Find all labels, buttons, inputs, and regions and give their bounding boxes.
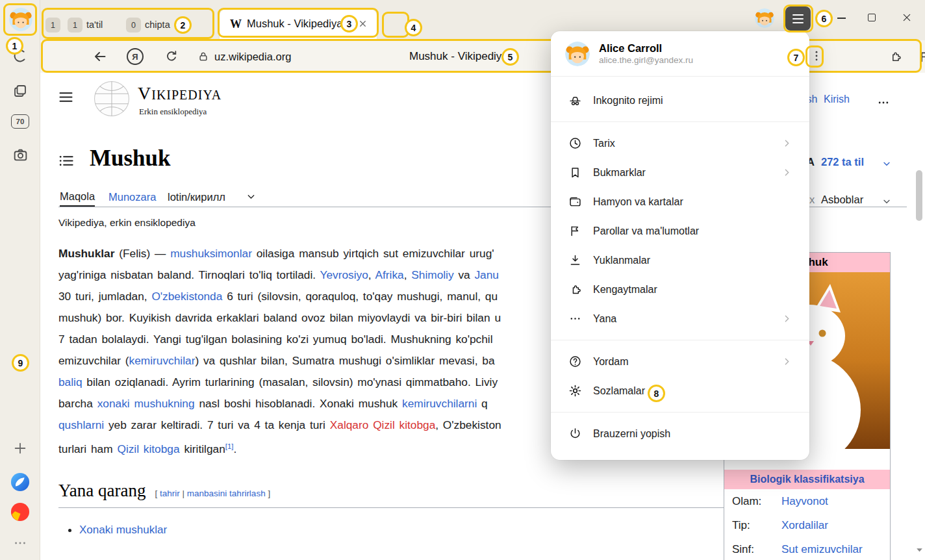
callout-8: 8 bbox=[648, 385, 665, 402]
scrollbar[interactable] bbox=[914, 73, 925, 560]
menu-item-passwords[interactable]: Parollar va ma'lumotlar bbox=[551, 216, 809, 246]
chevron-down-icon[interactable] bbox=[881, 159, 892, 169]
menu-item-label: Tarix bbox=[593, 138, 615, 149]
wiki-link[interactable]: kemiruvchilar bbox=[129, 354, 196, 367]
bracket: ] bbox=[268, 489, 270, 498]
wiki-link[interactable]: mushuksimonlar bbox=[170, 247, 252, 260]
refresh-icon[interactable] bbox=[162, 40, 181, 73]
tools-button[interactable]: Asboblar bbox=[821, 194, 863, 206]
infobox-row: Sinf: Sut emizuvchilar bbox=[724, 537, 890, 560]
profile-more-icon[interactable] bbox=[810, 49, 823, 62]
sidebar-more-icon[interactable] bbox=[0, 535, 40, 551]
lock-icon[interactable] bbox=[196, 40, 210, 73]
tab-talk[interactable]: Munozara bbox=[108, 187, 156, 207]
sidebar-add-icon[interactable] bbox=[0, 439, 40, 457]
wiki-hamburger-icon[interactable] bbox=[57, 88, 75, 106]
wiki-link[interactable]: Afrika bbox=[375, 268, 404, 281]
menu-item-wallet[interactable]: Hamyon va kartalar bbox=[551, 187, 809, 216]
callout-5: 5 bbox=[501, 48, 519, 66]
menu-item-label: Yana bbox=[593, 313, 616, 325]
settings-gear-icon bbox=[568, 384, 582, 398]
row-value-link[interactable]: Xordalilar bbox=[781, 519, 828, 532]
profile-header[interactable]: Alice Carroll alice.the.girl@yandex.ru bbox=[551, 31, 809, 77]
help-icon bbox=[568, 355, 582, 369]
wiki-link[interactable]: O'zbekistonda bbox=[151, 290, 222, 303]
tools-partial: x bbox=[809, 194, 815, 206]
chevron-down-icon[interactable] bbox=[246, 191, 257, 202]
wikipedia-logo[interactable] bbox=[94, 81, 130, 117]
menu-item-extensions[interactable]: Kengaytmalar bbox=[551, 275, 809, 304]
infobox-row: Tip: Xordalilar bbox=[724, 513, 890, 537]
scrollbar-down-icon[interactable] bbox=[915, 546, 924, 554]
wiki-link[interactable]: Yevrosiyo bbox=[320, 268, 368, 281]
article-text: 30 turi, jumladan, bbox=[58, 290, 151, 303]
tab-variant[interactable]: lotin/кирилл bbox=[168, 187, 225, 207]
section-heading-row: Yana qarang[ tahrir | manbasini tahrirla… bbox=[58, 481, 724, 508]
yandex-browser-icon[interactable] bbox=[0, 472, 40, 492]
classification-header[interactable]: Biologik klassifikatsiya bbox=[724, 470, 890, 489]
close-button[interactable] bbox=[900, 11, 913, 24]
profile-name: Alice Carroll bbox=[599, 42, 693, 55]
wiki-redlink[interactable]: Xalqaro Qizil kitobga bbox=[330, 418, 436, 431]
protect-flag-icon[interactable] bbox=[916, 40, 925, 73]
see-also-link[interactable]: Xonaki mushuklar bbox=[79, 524, 167, 536]
row-value-link[interactable]: Hayvonot bbox=[781, 495, 828, 508]
login-link[interactable]: Kirish bbox=[824, 94, 850, 105]
tab-group-label[interactable]: chipta bbox=[145, 19, 170, 30]
menu-item-bookmarks[interactable]: Bukmarklar bbox=[551, 158, 809, 187]
back-icon[interactable] bbox=[91, 40, 109, 73]
edit-source-link[interactable]: manbasini tahrirlash bbox=[187, 489, 266, 498]
tab-counter[interactable]: 70 bbox=[11, 114, 29, 129]
menu-item-settings[interactable]: Sozlamalar bbox=[551, 376, 809, 405]
callout-3: 3 bbox=[340, 15, 358, 32]
article-text: , bbox=[368, 268, 375, 281]
minimize-button[interactable] bbox=[835, 12, 848, 25]
tab-group-badge[interactable]: 0 bbox=[126, 18, 141, 32]
edit-link[interactable]: tahrir bbox=[160, 489, 180, 498]
window-profile-avatar[interactable] bbox=[755, 8, 774, 28]
tab-close-icon[interactable] bbox=[358, 19, 368, 29]
page-more-icon[interactable] bbox=[877, 96, 890, 109]
menu-item-downloads[interactable]: Yuklanmalar bbox=[551, 246, 809, 275]
tab-group-badge[interactable]: 1 bbox=[68, 18, 82, 32]
maximize-button[interactable] bbox=[865, 11, 878, 24]
yandex-icon[interactable] bbox=[0, 502, 40, 522]
row-value-link[interactable]: Sut emizuvchilar bbox=[781, 543, 863, 556]
site-title[interactable]: Vikipediya bbox=[138, 83, 222, 104]
menu-item-incognito[interactable]: Inkognito rejimi bbox=[551, 86, 809, 115]
wiki-link[interactable]: Qizil kitobga bbox=[117, 442, 179, 455]
tab-article[interactable]: Maqola bbox=[60, 187, 95, 207]
tab-group-label[interactable]: ta'til bbox=[86, 19, 103, 30]
menu-item-history[interactable]: Tarix bbox=[551, 129, 809, 158]
url-text[interactable]: uz.wikipedia.org bbox=[214, 40, 291, 73]
contents-icon[interactable] bbox=[57, 152, 75, 170]
languages-button[interactable]: 272 ta til bbox=[821, 156, 864, 168]
callout-6: 6 bbox=[815, 10, 833, 27]
wiki-link[interactable]: xonaki mushukning bbox=[97, 397, 195, 410]
toolbar-page-title: Mushuk - Vikipediya bbox=[409, 40, 508, 73]
wiki-link[interactable]: Shimoliy bbox=[411, 268, 453, 281]
article-text: kiritilgan bbox=[180, 442, 225, 455]
article-text: emizuvchilar ( bbox=[58, 354, 129, 367]
yandex-search-icon[interactable]: Я bbox=[126, 40, 144, 73]
wiki-link[interactable]: qushlarni bbox=[58, 418, 104, 431]
tab-group-pinned[interactable]: 1 bbox=[45, 18, 60, 32]
menu-item-help[interactable]: Yordam bbox=[551, 347, 809, 376]
browser-menu-button[interactable] bbox=[785, 6, 811, 31]
sidebar-profile-avatar[interactable] bbox=[9, 8, 32, 31]
menu-item-quit[interactable]: Brauzerni yopish bbox=[551, 419, 809, 448]
wiki-link[interactable]: Janu bbox=[474, 268, 498, 281]
wiki-link[interactable]: baliq bbox=[58, 375, 82, 388]
tabs-panel-icon[interactable] bbox=[0, 82, 40, 100]
menu-item-more[interactable]: Yana bbox=[551, 304, 809, 333]
row-label: Sinf: bbox=[732, 543, 781, 556]
screenshot-icon[interactable] bbox=[0, 146, 40, 164]
more-dots-icon bbox=[568, 312, 582, 326]
power-icon bbox=[568, 427, 582, 441]
extensions-icon[interactable] bbox=[887, 40, 904, 73]
wiki-link[interactable]: kemiruvchilarni bbox=[402, 397, 477, 410]
scrollbar-thumb[interactable] bbox=[916, 170, 922, 221]
chevron-down-icon[interactable] bbox=[881, 196, 892, 207]
wiki-link[interactable]: [1] bbox=[225, 442, 234, 450]
menu-divider bbox=[551, 121, 809, 122]
